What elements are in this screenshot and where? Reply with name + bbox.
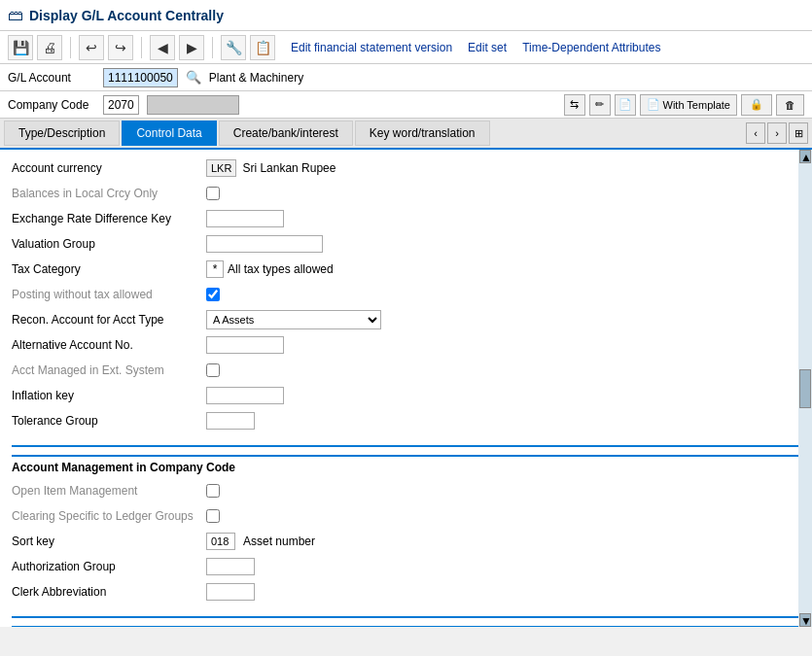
template-doc-icon: 📄 — [647, 98, 660, 111]
scrollbar[interactable]: ▲ ▼ — [798, 150, 812, 627]
row-tolerance-group: Tolerance Group — [12, 410, 800, 432]
scroll-up-btn[interactable]: ▲ — [799, 150, 811, 163]
label-sort-key: Sort key — [12, 535, 206, 548]
scroll-down-btn[interactable]: ▼ — [799, 613, 811, 627]
menu-bar: Edit financial statement version Edit se… — [291, 41, 660, 54]
row-exchange-rate: Exchange Rate Difference Key — [12, 208, 800, 229]
separator-3 — [212, 37, 213, 58]
tab-prev-btn[interactable]: ‹ — [746, 122, 765, 144]
input-clerk-abbreviation[interactable] — [206, 583, 255, 601]
label-clearing-specific: Clearing Specific to Ledger Groups — [12, 509, 206, 523]
tabs-bar: Type/Description Control Data Create/ban… — [0, 119, 812, 150]
tab-menu-btn[interactable]: ⊞ — [789, 122, 808, 144]
tab-next-btn[interactable]: › — [767, 122, 787, 144]
sort-key-value: 018 — [206, 533, 235, 550]
title-bar: 🗃 Display G/L Account Centrally — [0, 0, 812, 31]
main-content: Account currency LKR Sri Lankan Rupee Ba… — [0, 150, 812, 627]
input-exchange-rate[interactable] — [206, 210, 284, 227]
tax-star-box: * — [206, 260, 224, 278]
select-recon-account[interactable]: A Assets D Customers K Vendors F Fixed A… — [206, 310, 381, 329]
app-icon: 🗃 — [8, 7, 23, 24]
row-sort-key: Sort key 018 Asset number — [12, 531, 800, 552]
label-open-item: Open Item Management — [12, 484, 206, 498]
compare-btn[interactable]: ⇆ — [564, 94, 585, 116]
tab-type-description[interactable]: Type/Description — [4, 121, 120, 146]
input-inflation-key[interactable] — [206, 387, 284, 404]
toolbar: 💾 🖨 ↩ ↪ ◀ ▶ 🔧 📋 Edit financial statement… — [0, 31, 812, 64]
input-valuation-group[interactable] — [206, 235, 323, 253]
label-balances-local: Balances in Local Crcy Only — [12, 187, 206, 200]
back-button[interactable]: ◀ — [150, 35, 175, 60]
row-clerk-abbreviation: Clerk Abbreviation — [12, 581, 800, 603]
label-inflation-key: Inflation key — [12, 389, 206, 402]
undo-button[interactable]: ↩ — [79, 35, 104, 60]
settings-button[interactable]: 🔧 — [221, 35, 246, 60]
copy-button[interactable]: 📋 — [250, 35, 275, 60]
account-currency-section: Account currency LKR Sri Lankan Rupee Ba… — [0, 150, 812, 439]
row-balances-local: Balances in Local Crcy Only — [12, 183, 800, 204]
tab-keyword-translation[interactable]: Key word/translation — [355, 121, 490, 146]
checkbox-open-item[interactable] — [206, 484, 220, 498]
input-tolerance-group[interactable] — [206, 412, 255, 430]
label-alt-account: Alternative Account No. — [12, 338, 206, 352]
label-tolerance-group: Tolerance Group — [12, 414, 206, 428]
controlling-area-section: Account Settings in Controlling Area 100… — [0, 618, 812, 627]
lock-btn[interactable]: 🔒 — [741, 94, 772, 116]
forward-button[interactable]: ▶ — [179, 35, 204, 60]
redo-button[interactable]: ↪ — [108, 35, 133, 60]
label-posting-tax: Posting without tax allowed — [12, 288, 206, 301]
save-button[interactable]: 💾 — [8, 35, 33, 60]
currency-name: Sri Lankan Rupee — [242, 161, 335, 175]
input-authorization-group[interactable] — [206, 558, 255, 575]
row-account-currency: Account currency LKR Sri Lankan Rupee — [12, 157, 800, 179]
company-code-value[interactable]: 2070 — [103, 95, 139, 115]
label-valuation-group: Valuation Group — [12, 237, 206, 251]
sort-key-label: Asset number — [243, 535, 315, 548]
label-exchange-rate: Exchange Rate Difference Key — [12, 212, 206, 225]
checkbox-clearing-specific[interactable] — [206, 509, 220, 523]
separator-1 — [70, 37, 71, 58]
row-authorization-group: Authorization Group — [12, 556, 800, 577]
row-acct-managed: Acct Managed in Ext. System — [12, 360, 800, 381]
row-tax-category: Tax Category * All tax types allowed — [12, 259, 800, 280]
row-clearing-specific: Clearing Specific to Ledger Groups — [12, 505, 800, 527]
row-recon-account: Recon. Account for Acct Type A Assets D … — [12, 309, 800, 330]
doc-btn[interactable]: 📄 — [615, 94, 636, 116]
separator-2 — [141, 37, 142, 58]
tab-control-data[interactable]: Control Data — [122, 121, 216, 146]
gl-account-label: G/L Account — [8, 71, 95, 85]
company-code-label: Company Code — [8, 98, 95, 112]
company-code-bar: Company Code 2070 ██████████ ⇆ ✏ 📄 📄 Wit… — [0, 91, 812, 119]
menu-edit-financial[interactable]: Edit financial statement version — [291, 41, 452, 54]
row-posting-tax: Posting without tax allowed — [12, 284, 800, 305]
search-icon[interactable]: 🔍 — [186, 70, 201, 85]
label-recon-account: Recon. Account for Acct Type — [12, 313, 206, 327]
edit-btn[interactable]: ✏ — [589, 94, 611, 116]
label-tax-category: Tax Category — [12, 262, 206, 276]
with-template-btn[interactable]: 📄 With Template — [640, 94, 738, 116]
delete-btn[interactable]: 🗑 — [776, 94, 804, 116]
row-inflation-key: Inflation key — [12, 385, 800, 406]
row-open-item: Open Item Management — [12, 480, 800, 501]
row-valuation-group: Valuation Group — [12, 233, 800, 255]
scroll-container[interactable]: Account currency LKR Sri Lankan Rupee Ba… — [0, 150, 812, 627]
label-account-currency: Account currency — [12, 161, 206, 175]
label-clerk-abbreviation: Clerk Abbreviation — [12, 585, 206, 599]
checkbox-acct-managed[interactable] — [206, 363, 220, 377]
checkbox-balances-local[interactable] — [206, 187, 220, 200]
checkbox-posting-tax[interactable] — [206, 288, 220, 301]
menu-edit-set[interactable]: Edit set — [468, 41, 507, 54]
row-alt-account: Alternative Account No. — [12, 334, 800, 356]
scroll-thumb[interactable] — [799, 369, 811, 408]
print-button[interactable]: 🖨 — [37, 35, 62, 60]
plant-machinery-label: Plant & Machinery — [209, 71, 303, 85]
account-management-section: Account Management in Company Code Open … — [0, 447, 812, 610]
section-title-controlling: Account Settings in Controlling Area 100… — [12, 626, 800, 627]
company-code-masked: ██████████ — [147, 95, 239, 115]
input-alt-account[interactable] — [206, 336, 284, 354]
gl-account-bar: G/L Account 1111100050 🔍 Plant & Machine… — [0, 64, 812, 91]
tab-create-bank-interest[interactable]: Create/bank/interest — [219, 121, 353, 146]
menu-time-dependent[interactable]: Time-Dependent Attributes — [522, 41, 660, 54]
gl-account-value[interactable]: 1111100050 — [103, 68, 178, 87]
section-title-account-management: Account Management in Company Code — [12, 455, 800, 474]
